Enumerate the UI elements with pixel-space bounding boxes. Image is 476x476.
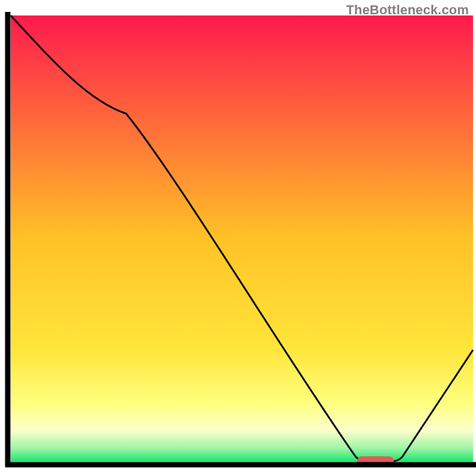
chart-container: TheBottleneck.com [0, 0, 476, 476]
bottleneck-chart [0, 0, 476, 476]
gradient-background [11, 15, 473, 462]
